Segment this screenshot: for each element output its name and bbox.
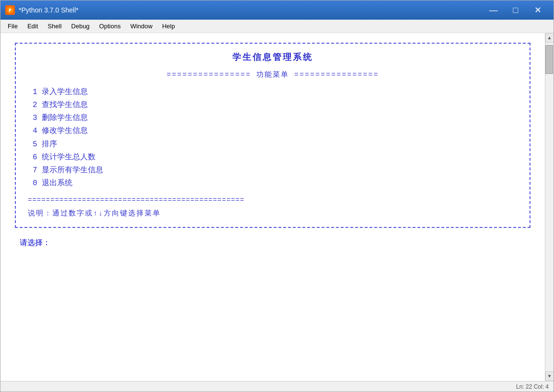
system-title: 学生信息管理系统	[28, 51, 518, 65]
menu-edit[interactable]: Edit	[23, 21, 43, 31]
scroll-thumb[interactable]	[545, 45, 553, 74]
status-bar: Ln: 22 Col: 4	[0, 381, 554, 392]
scrollbar[interactable]: ▲ ▼	[545, 33, 554, 381]
menu-item-3: 3 删除学生信息	[33, 112, 518, 125]
menu-display-box: 学生信息管理系统 ================ 功能菜单 =========…	[15, 43, 530, 228]
scroll-up-arrow[interactable]: ▲	[545, 33, 554, 43]
menu-item-5: 5 排序	[33, 138, 518, 151]
menu-item-6: 6 统计学生总人数	[33, 151, 518, 164]
minimize-button[interactable]: —	[482, 0, 505, 20]
menu-item-0: 0 退出系统	[33, 177, 518, 190]
app-icon: P	[5, 5, 15, 15]
bottom-separator: ========================================…	[28, 195, 518, 205]
menu-separator: ================ 功能菜单 ================	[28, 70, 518, 81]
menu-options[interactable]: Options	[95, 21, 126, 31]
menu-item-1: 1 录入学生信息	[33, 86, 518, 99]
content-area: 学生信息管理系统 ================ 功能菜单 =========…	[0, 33, 554, 381]
status-text: Ln: 22 Col: 4	[516, 383, 549, 390]
menu-window[interactable]: Window	[125, 21, 157, 31]
close-button[interactable]: ✕	[527, 0, 549, 20]
maximize-button[interactable]: □	[505, 0, 527, 20]
prompt-line: 请选择：	[10, 238, 535, 250]
svg-text:P: P	[9, 8, 12, 13]
menu-shell[interactable]: Shell	[43, 21, 66, 31]
menu-item-2: 2 查找学生信息	[33, 99, 518, 112]
scroll-track[interactable]	[545, 43, 554, 371]
title-bar: P *Python 3.7.0 Shell* — □ ✕	[0, 0, 554, 20]
window-controls: — □ ✕	[482, 0, 549, 20]
scroll-down-arrow[interactable]: ▼	[545, 371, 554, 381]
menu-debug[interactable]: Debug	[66, 21, 94, 31]
menu-help[interactable]: Help	[157, 21, 180, 31]
window-title: *Python 3.7.0 Shell*	[19, 6, 482, 14]
main-window: P *Python 3.7.0 Shell* — □ ✕ File Edit S…	[0, 0, 554, 392]
note-line: 说明：通过数字或↑↓方向键选择菜单	[28, 208, 518, 220]
menu-item-7: 7 显示所有学生信息	[33, 164, 518, 177]
menu-bar: File Edit Shell Debug Options Window Hel…	[0, 20, 554, 33]
menu-items-list: 1 录入学生信息 2 查找学生信息 3 删除学生信息 4 修改学生信息 5 排序…	[28, 86, 518, 190]
shell-output[interactable]: 学生信息管理系统 ================ 功能菜单 =========…	[0, 33, 545, 381]
menu-item-4: 4 修改学生信息	[33, 125, 518, 138]
menu-file[interactable]: File	[3, 21, 23, 31]
